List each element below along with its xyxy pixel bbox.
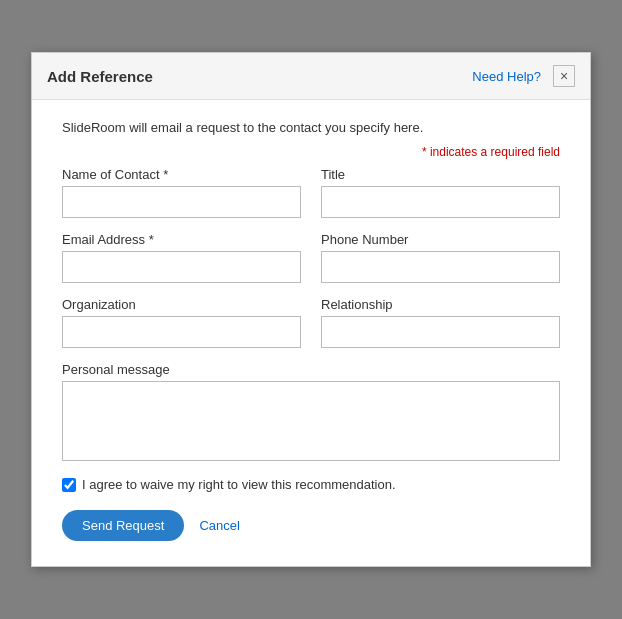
header-right: Need Help? × [472, 65, 575, 87]
waive-checkbox-label: I agree to waive my right to view this r… [82, 477, 396, 492]
waive-checkbox-row: I agree to waive my right to view this r… [62, 477, 560, 492]
add-reference-dialog: Add Reference Need Help? × SlideRoom wil… [31, 52, 591, 567]
form-row-2: Email Address * Phone Number [62, 232, 560, 283]
organization-label: Organization [62, 297, 301, 312]
close-button[interactable]: × [553, 65, 575, 87]
intro-text: SlideRoom will email a request to the co… [62, 120, 560, 135]
title-input[interactable] [321, 186, 560, 218]
personal-message-label: Personal message [62, 362, 560, 377]
action-row: Send Request Cancel [62, 510, 560, 541]
dialog-title: Add Reference [47, 68, 153, 85]
organization-group: Organization [62, 297, 301, 348]
relationship-input[interactable] [321, 316, 560, 348]
phone-number-group: Phone Number [321, 232, 560, 283]
name-of-contact-input[interactable] [62, 186, 301, 218]
phone-number-input[interactable] [321, 251, 560, 283]
title-label: Title [321, 167, 560, 182]
email-address-group: Email Address * [62, 232, 301, 283]
form-row-4: Personal message [62, 362, 560, 461]
relationship-group: Relationship [321, 297, 560, 348]
organization-input[interactable] [62, 316, 301, 348]
required-asterisk: * indicates a required field [422, 145, 560, 159]
form-row-1: Name of Contact * Title [62, 167, 560, 218]
form-row-3: Organization Relationship [62, 297, 560, 348]
personal-message-group: Personal message [62, 362, 560, 461]
dialog-header: Add Reference Need Help? × [32, 53, 590, 100]
dialog-body: SlideRoom will email a request to the co… [32, 100, 590, 566]
phone-number-label: Phone Number [321, 232, 560, 247]
relationship-label: Relationship [321, 297, 560, 312]
title-group: Title [321, 167, 560, 218]
waive-checkbox[interactable] [62, 478, 76, 492]
need-help-link[interactable]: Need Help? [472, 69, 541, 84]
required-note: * indicates a required field [62, 145, 560, 159]
email-address-input[interactable] [62, 251, 301, 283]
email-address-label: Email Address * [62, 232, 301, 247]
send-request-button[interactable]: Send Request [62, 510, 184, 541]
cancel-link[interactable]: Cancel [199, 518, 239, 533]
personal-message-textarea[interactable] [62, 381, 560, 461]
name-of-contact-group: Name of Contact * [62, 167, 301, 218]
name-of-contact-label: Name of Contact * [62, 167, 301, 182]
